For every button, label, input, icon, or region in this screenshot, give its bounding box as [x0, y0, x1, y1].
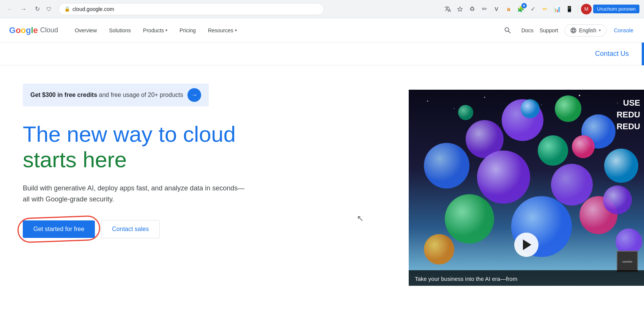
logo-o-yellow: o	[21, 25, 26, 35]
hero-subtitle: Build with generative AI, deploy apps fa…	[23, 183, 250, 205]
svg-point-13	[424, 143, 469, 189]
svg-point-24	[458, 105, 473, 120]
contact-sales-button[interactable]: Contact sales	[101, 220, 160, 238]
logo-o-red: o	[16, 25, 20, 35]
svg-point-12	[538, 135, 568, 166]
svg-point-20	[424, 234, 454, 265]
refresh-button[interactable]: ↻	[32, 4, 43, 14]
products-chevron-icon: ▾	[165, 28, 167, 32]
secure-icon: 🔒	[64, 6, 70, 12]
promo-banner[interactable]: Get $300 in free credits and free usage …	[23, 84, 209, 106]
hero-title: The new way to cloud starts here	[23, 122, 288, 172]
translate-icon[interactable]	[442, 4, 453, 14]
svg-point-23	[521, 99, 540, 118]
promo-arrow-icon: →	[187, 88, 201, 102]
nav-products[interactable]: Products ▾	[139, 24, 172, 36]
toolbar-divider	[578, 5, 578, 13]
nav-right: Docs Support English ▾ Console	[500, 23, 635, 38]
nav-pricing[interactable]: Pricing	[175, 24, 200, 36]
svg-point-17	[445, 194, 494, 244]
search-button[interactable]	[500, 23, 515, 38]
promo-text: Get $300 in free credits and free usage …	[30, 92, 183, 98]
svg-point-22	[572, 135, 595, 158]
svg-point-4	[541, 105, 542, 105]
video-background: USE REDU REDU satellite	[409, 90, 644, 286]
chart-icon[interactable]: 📊	[552, 4, 562, 14]
tablet-icon[interactable]: 📱	[564, 4, 575, 14]
main-nav: Overview Solutions Products ▾ Pricing Re…	[70, 24, 241, 36]
address-bar[interactable]: 🔒 cloud.google.com	[58, 3, 324, 15]
blue-accent-bar	[642, 43, 644, 65]
video-play-button[interactable]	[514, 233, 539, 257]
profile-avatar[interactable]: M	[581, 4, 592, 14]
draw-icon[interactable]: ✏	[479, 4, 490, 14]
svg-point-16	[604, 149, 638, 183]
promo-bold: Get $300 in free credits	[30, 92, 97, 98]
video-overlay-text: USE REDU REDU	[617, 97, 640, 132]
pencil-icon[interactable]: ✏	[540, 4, 550, 14]
task-icon[interactable]: ✓	[527, 4, 538, 14]
hero-content: Get $300 in free credits and free usage …	[23, 84, 288, 238]
play-icon	[523, 239, 531, 250]
video-caption-text: Take your business into the AI era—from	[415, 276, 517, 282]
restart-button[interactable]: Uruchom ponown	[593, 5, 639, 13]
nav-resources[interactable]: Resources ▾	[203, 24, 241, 36]
contact-us-link[interactable]: Contact Us	[595, 50, 635, 58]
video-caption: Take your business into the AI era—from	[409, 270, 644, 286]
support-link[interactable]: Support	[540, 27, 558, 33]
google-logo: Google	[9, 25, 38, 35]
logo-g-blue: G	[9, 25, 16, 35]
browser-toolbar-icons: ♻ ✏ V a 🧩 6 ✓ ✏ 📊 📱 M Uruchom ponown	[442, 4, 639, 14]
promo-rest: and free usage of 20+ products	[97, 92, 183, 98]
video-thumbnail: satellite	[617, 251, 638, 272]
get-started-wrapper: Get started for free	[23, 220, 95, 238]
hero-title-line1: The new way to cloud	[23, 122, 236, 146]
resources-chevron-icon: ▾	[235, 28, 237, 32]
language-chevron-icon: ▾	[599, 28, 601, 32]
docs-link[interactable]: Docs	[521, 27, 534, 33]
svg-point-3	[484, 97, 485, 98]
hero-section: Get $300 in free credits and free usage …	[0, 65, 644, 286]
bookmark-icon[interactable]	[455, 4, 465, 14]
console-button[interactable]: Console	[613, 24, 635, 36]
extension-a-icon[interactable]: a	[503, 4, 514, 14]
svg-point-14	[477, 150, 530, 204]
forward-button[interactable]: →	[18, 4, 29, 14]
secondary-bar: Contact Us	[0, 43, 644, 65]
language-selector[interactable]: English ▾	[564, 24, 606, 36]
logo-g-blue2: g	[26, 25, 31, 35]
language-label: English	[579, 27, 597, 33]
svg-point-9	[555, 95, 581, 122]
extension-v-icon[interactable]: V	[491, 4, 502, 14]
nav-overview[interactable]: Overview	[70, 24, 101, 36]
svg-point-15	[551, 164, 593, 206]
cloud-text: Cloud	[40, 26, 58, 34]
svg-point-25	[603, 185, 632, 214]
hero-title-line2: starts here	[23, 147, 127, 172]
back-button[interactable]: ←	[5, 4, 15, 14]
logo-e-red: e	[33, 25, 38, 35]
google-cloud-logo[interactable]: Google Cloud	[9, 25, 58, 35]
svg-point-1	[427, 101, 428, 102]
url-text: cloud.google.com	[72, 6, 114, 12]
hero-buttons: Get started for free Contact sales	[23, 220, 288, 238]
browser-chrome: ← → ↻ 🛡 🔒 cloud.google.com ♻ ✏ V a 🧩 6 ✓…	[0, 0, 644, 18]
svg-point-2	[454, 108, 455, 109]
recycle-icon[interactable]: ♻	[467, 4, 477, 14]
svg-point-5	[579, 95, 580, 96]
site-header: Google Cloud Overview Solutions Products…	[0, 18, 644, 43]
nav-solutions[interactable]: Solutions	[104, 24, 135, 36]
extension-puzzle-icon[interactable]: 🧩 6	[515, 4, 526, 14]
site-shield-icon: 🛡	[46, 6, 52, 13]
cursor-pointer: ↖	[357, 214, 364, 223]
get-started-button[interactable]: Get started for free	[23, 220, 95, 238]
video-panel[interactable]: USE REDU REDU satellite Take your busine…	[409, 90, 644, 286]
